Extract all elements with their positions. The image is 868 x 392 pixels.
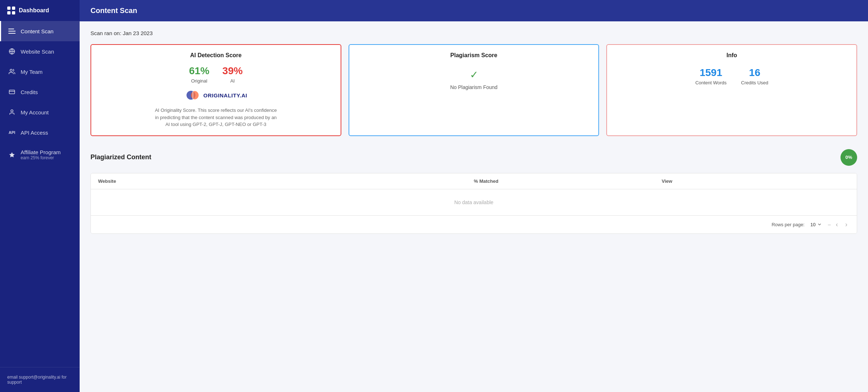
account-icon [8, 109, 16, 116]
percent-badge: 0% [840, 149, 857, 166]
sidebar-nav: Content Scan Website Scan My Team [0, 21, 80, 367]
plagiarism-title: Plagiarism Score [358, 52, 590, 59]
svg-point-5 [11, 110, 13, 112]
svg-point-2 [10, 69, 12, 71]
original-label: Original [189, 78, 209, 84]
sidebar-label-api-access: API Access [21, 130, 48, 136]
check-icon: ✓ [470, 69, 478, 81]
globe-icon [8, 48, 16, 55]
sidebar-item-my-team[interactable]: My Team [0, 62, 80, 82]
cards-row: AI Detection Score 61% Original 39% AI [90, 44, 857, 136]
ai-detection-card: AI Detection Score 61% Original 39% AI [90, 44, 341, 136]
ai-value: 39% [222, 65, 243, 77]
brain-section: ORIGINALITY.AI AI Originality Score. Thi… [100, 87, 332, 128]
sidebar-dashboard[interactable]: Dashboard [0, 0, 80, 21]
col-matched: % Matched [474, 178, 662, 184]
credits-used-label: Credits Used [741, 80, 768, 85]
sidebar-label-my-team: My Team [21, 69, 43, 75]
sidebar-item-content-scan[interactable]: Content Scan [0, 21, 80, 41]
info-content: 1591 Content Words 16 Credits Used [616, 65, 848, 87]
sidebar-item-affiliate[interactable]: Affiliate Program earn 25% forever [0, 143, 80, 167]
no-plagiarism-text: No Plagiarism Found [450, 84, 498, 90]
svg-point-8 [191, 91, 198, 100]
pagination-next[interactable]: › [843, 220, 850, 229]
brain-logo-text: ORIGINALITY.AI [203, 92, 247, 98]
rows-per-page-label: Rows per page: [772, 222, 805, 227]
ai-detection-title: AI Detection Score [100, 52, 332, 59]
credits-used-value: 16 [741, 67, 768, 79]
plagiarized-table: Website % Matched View No data available… [90, 173, 857, 234]
rows-per-page-select[interactable]: 10 [810, 222, 822, 227]
sidebar-label-content-scan: Content Scan [21, 28, 54, 34]
page-title: Content Scan [90, 7, 137, 14]
sidebar-label-my-account: My Account [21, 109, 49, 115]
table-footer: Rows per page: 10 – ‹ › [91, 215, 857, 233]
api-icon: API [8, 129, 16, 136]
table-empty-message: No data available [91, 189, 857, 215]
table-header: Website % Matched View [91, 173, 857, 189]
sidebar-sublabel-affiliate: earn 25% forever [21, 155, 61, 160]
original-value: 61% [189, 65, 209, 77]
plagiarized-section-title: Plagiarized Content [90, 153, 151, 161]
original-score: 61% Original [189, 65, 209, 84]
top-bar: Content Scan [80, 0, 868, 21]
content-area: Scan ran on: Jan 23 2023 AI Detection Sc… [80, 21, 868, 392]
content-words-value: 1591 [695, 67, 726, 79]
credits-used-stat: 16 Credits Used [741, 67, 768, 85]
content-words-label: Content Words [695, 80, 726, 85]
dashboard-label: Dashboard [19, 7, 49, 14]
ai-score: 39% AI [222, 65, 243, 84]
star-icon [8, 151, 16, 159]
plagiarism-content: ✓ No Plagiarism Found [358, 65, 590, 92]
sidebar: Dashboard Content Scan Website Scan [0, 0, 80, 392]
plagiarized-section-header: Plagiarized Content 0% [90, 149, 857, 166]
info-title: Info [616, 52, 848, 59]
sidebar-label-website-scan: Website Scan [21, 49, 54, 55]
main-content: Content Scan Scan ran on: Jan 23 2023 AI… [80, 0, 868, 392]
sidebar-item-api-access[interactable]: API API Access [0, 122, 80, 143]
sidebar-item-my-account[interactable]: My Account [0, 102, 80, 122]
col-view: View [662, 178, 850, 184]
sidebar-item-credits[interactable]: Credits [0, 82, 80, 102]
brain-logo: ORIGINALITY.AI [185, 87, 247, 103]
plagiarism-card: Plagiarism Score ✓ No Plagiarism Found [349, 44, 599, 136]
svg-marker-6 [9, 152, 15, 157]
scan-date: Scan ran on: Jan 23 2023 [90, 30, 857, 36]
col-website: Website [98, 178, 474, 184]
content-words-stat: 1591 Content Words [695, 67, 726, 85]
pagination-prev[interactable]: ‹ [834, 220, 840, 229]
ai-score-row: 61% Original 39% AI [100, 65, 332, 84]
ai-label: AI [222, 78, 243, 84]
menu-icon [8, 28, 16, 35]
credits-icon [8, 88, 16, 96]
pagination-controls: – ‹ › [828, 220, 850, 229]
info-card: Info 1591 Content Words 16 Credits Used [606, 44, 857, 136]
brain-description: AI Originality Score. This score reflect… [154, 107, 277, 128]
sidebar-label-affiliate: Affiliate Program [21, 149, 61, 155]
sidebar-label-credits: Credits [21, 89, 38, 95]
svg-rect-3 [9, 90, 15, 94]
sidebar-item-website-scan[interactable]: Website Scan [0, 41, 80, 62]
users-icon [8, 68, 16, 75]
pagination-dash: – [828, 222, 831, 227]
sidebar-footer: email support@originality.ai for support [0, 367, 80, 392]
brain-icon [185, 87, 201, 103]
grid-icon [7, 7, 15, 14]
chevron-down-icon [817, 222, 822, 227]
